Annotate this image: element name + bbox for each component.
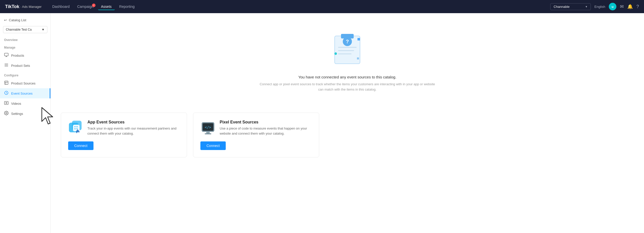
avatar[interactable]: u <box>609 3 616 10</box>
catalog-list-label: Catalog List <box>9 18 26 22</box>
app-card-desc: Track your in-app events with our measur… <box>87 126 180 137</box>
product-sources-icon <box>4 80 9 86</box>
products-label: Products <box>11 54 24 57</box>
empty-illustration: ? <box>325 28 370 69</box>
account-selector[interactable]: Channable ▼ <box>550 3 591 10</box>
app-event-sources-card: App Event Sources Track your in-app even… <box>61 113 187 158</box>
catalog-list-link[interactable]: ↩ Catalog List <box>0 16 50 24</box>
back-arrow-icon: ↩ <box>4 18 7 22</box>
empty-title: You have not connected any event sources… <box>298 75 396 79</box>
svg-point-24 <box>74 126 75 127</box>
sidebar-item-event-sources[interactable]: Event Sources <box>0 88 50 98</box>
svg-marker-9 <box>6 102 7 104</box>
product-sources-label: Product Sources <box>11 81 35 85</box>
pixel-card-content: Pixel Event Sources Use a piece of code … <box>220 120 312 137</box>
catalog-dropdown-button[interactable]: Channable Test Ca ▼ <box>3 26 47 33</box>
dropdown-chevron-icon: ▼ <box>42 28 45 31</box>
svg-text:?: ? <box>346 39 349 44</box>
svg-rect-0 <box>5 53 8 56</box>
nav-links: Dashboard Campaign + Assets Reporting <box>49 3 550 10</box>
app-card-content: App Event Sources Track your in-app even… <box>87 120 180 137</box>
empty-state-area: ? You have not connected any event sourc… <box>51 13 644 113</box>
videos-label: Videos <box>11 102 21 105</box>
sidebar-item-product-sources[interactable]: Product Sources <box>0 78 50 88</box>
pixel-card-title: Pixel Event Sources <box>220 120 312 124</box>
products-icon <box>4 53 9 58</box>
sidebar-section-overview: Overview <box>0 35 50 43</box>
sidebar: ↩ Catalog List Channable Test Ca ▼ Overv… <box>0 13 51 233</box>
svg-rect-33 <box>205 133 211 134</box>
svg-point-25 <box>77 126 78 127</box>
account-name: Channable <box>554 5 570 9</box>
app-card-top: App Event Sources Track your in-app even… <box>68 120 180 137</box>
event-sources-icon <box>4 91 9 96</box>
logo-tiktok: TikTok <box>5 4 19 9</box>
svg-rect-23 <box>73 125 80 131</box>
mail-icon[interactable]: ✉ <box>620 4 624 9</box>
pixel-card-desc: Use a piece of code to measure events th… <box>220 126 312 137</box>
pixel-card-icon: </> <box>200 120 216 135</box>
product-sets-label: Product Sets <box>11 64 30 68</box>
pixel-card-top: </> Pixel Event Sources Use a piece of c… <box>200 120 312 137</box>
product-sets-icon <box>4 63 9 68</box>
sidebar-section-manage: Manage <box>0 43 50 50</box>
nav-dashboard[interactable]: Dashboard <box>49 3 73 10</box>
videos-icon <box>4 101 9 106</box>
catalog-dropdown-label: Channable Test Ca <box>6 28 32 31</box>
nav-assets[interactable]: Assets <box>98 3 115 10</box>
svg-rect-6 <box>5 81 8 84</box>
sidebar-item-settings[interactable]: Settings <box>0 109 50 119</box>
app-connect-button[interactable]: Connect <box>68 141 93 150</box>
cards-area: App Event Sources Track your in-app even… <box>51 113 329 158</box>
nav-right: Channable ▼ English u ✉ 🔔 ? <box>550 3 639 10</box>
nav-reporting[interactable]: Reporting <box>116 3 138 10</box>
nav-campaign[interactable]: Campaign + <box>74 3 97 10</box>
pixel-connect-button[interactable]: Connect <box>200 141 226 150</box>
sidebar-section-configure: Configure <box>0 71 50 78</box>
event-sources-label: Event Sources <box>11 92 33 95</box>
help-icon[interactable]: ? <box>636 4 639 9</box>
svg-point-10 <box>6 113 7 114</box>
svg-rect-18 <box>357 38 360 40</box>
pixel-event-sources-card: </> Pixel Event Sources Use a piece of c… <box>193 113 319 158</box>
language-selector[interactable]: English <box>594 5 605 9</box>
settings-label: Settings <box>11 112 23 116</box>
logo: TikTok · Ads Manager <box>5 4 42 9</box>
app-card-title: App Event Sources <box>87 120 180 124</box>
svg-text:</>: </> <box>205 125 211 129</box>
sidebar-item-products[interactable]: Products <box>0 50 50 60</box>
top-nav: TikTok · Ads Manager Dashboard Campaign … <box>0 0 644 13</box>
svg-point-26 <box>74 128 75 129</box>
svg-rect-32 <box>206 132 210 133</box>
sidebar-item-videos[interactable]: Videos <box>0 98 50 109</box>
campaign-badge: + <box>92 4 96 7</box>
svg-rect-8 <box>5 101 8 104</box>
chevron-down-icon: ▼ <box>585 5 588 8</box>
logo-ads: · Ads Manager <box>20 5 42 9</box>
main-content: ? You have not connected any event sourc… <box>51 13 644 233</box>
svg-point-27 <box>77 128 78 129</box>
svg-point-19 <box>334 52 337 55</box>
sidebar-item-product-sets[interactable]: Product Sets <box>0 60 50 71</box>
bell-icon[interactable]: 🔔 <box>627 4 633 9</box>
empty-subtitle: Connect app or pixel event sources to tr… <box>259 82 436 92</box>
svg-rect-20 <box>357 57 359 59</box>
settings-icon <box>4 111 9 116</box>
app-card-icon <box>68 120 83 135</box>
catalog-dropdown[interactable]: Channable Test Ca ▼ <box>3 26 47 33</box>
